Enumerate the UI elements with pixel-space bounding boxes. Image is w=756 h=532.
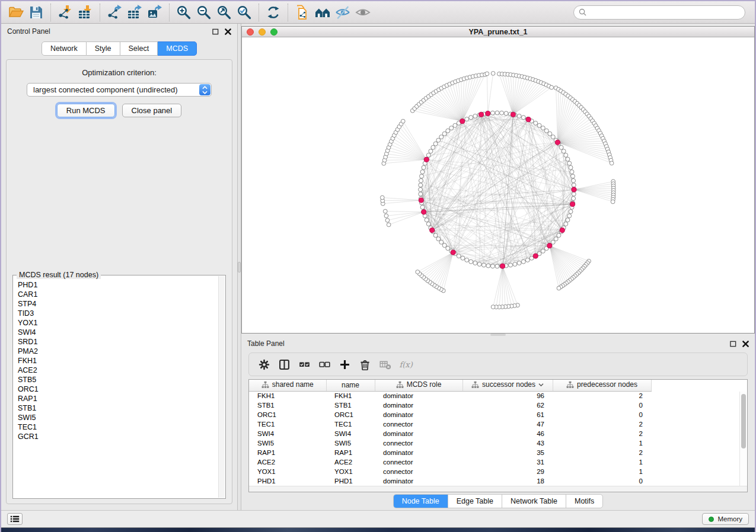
cell-successor-nodes[interactable]: 18 <box>462 476 553 486</box>
table-row[interactable]: ORC1ORC1dominator610 <box>249 410 747 419</box>
search-input[interactable] <box>589 8 740 17</box>
apply-layout-icon[interactable] <box>263 4 283 21</box>
mcds-list-scrollbar[interactable] <box>218 276 225 498</box>
close-table-panel-icon[interactable] <box>742 341 749 347</box>
table-row[interactable]: SWI4SWI4dominator462 <box>249 429 747 438</box>
cell-shared-name[interactable]: RAP1 <box>249 448 326 457</box>
table-row[interactable]: ACE2ACE2connector311 <box>249 457 747 467</box>
column-header-name[interactable]: name <box>326 380 375 391</box>
export-image-icon[interactable] <box>145 4 165 21</box>
mcds-result-item[interactable]: TEC1 <box>18 422 214 432</box>
cell-name[interactable]: RAP1 <box>326 448 375 457</box>
cell-successor-nodes[interactable]: 61 <box>462 410 553 419</box>
cell-MCDS-role[interactable]: dominator <box>375 429 462 438</box>
delete-column-icon[interactable] <box>356 356 374 373</box>
run-mcds-button[interactable]: Run MCDS <box>57 104 115 117</box>
cell-successor-nodes[interactable]: 62 <box>462 400 553 410</box>
tab-style[interactable]: Style <box>87 41 120 56</box>
network-graph[interactable] <box>242 37 754 333</box>
cell-name[interactable]: TEC1 <box>326 419 375 429</box>
cell-successor-nodes[interactable]: 29 <box>462 467 553 476</box>
mcds-result-list[interactable]: PHD1CAR1STP4TID3YOX1SWI4SRD1PMA2FKH1ACE2… <box>13 275 218 498</box>
mcds-result-item[interactable]: FKH1 <box>18 356 214 366</box>
select-all-rows-icon[interactable] <box>295 356 313 373</box>
tab-mcds[interactable]: MCDS <box>158 41 197 56</box>
mcds-result-item[interactable]: STP4 <box>18 299 214 309</box>
cell-shared-name[interactable]: STB1 <box>249 400 326 410</box>
cell-MCDS-role[interactable]: dominator <box>375 410 462 419</box>
tab-network[interactable]: Network <box>42 41 87 56</box>
zoom-fit-icon[interactable] <box>214 4 234 21</box>
table-vertical-scrollbar[interactable] <box>739 392 747 486</box>
float-panel-icon[interactable] <box>212 28 219 35</box>
memory-button[interactable]: Memory <box>702 513 749 525</box>
open-file-icon[interactable] <box>6 4 26 21</box>
cell-name[interactable]: PHD1 <box>326 476 375 486</box>
tab-motifs[interactable]: Motifs <box>566 495 602 508</box>
window-minimize-icon[interactable] <box>259 28 266 36</box>
hide-selected-icon[interactable] <box>333 4 353 21</box>
cell-predecessor-nodes[interactable]: 2 <box>553 448 651 457</box>
cell-predecessor-nodes[interactable]: 1 <box>553 438 651 448</box>
tab-edge-table[interactable]: Edge Table <box>448 495 502 508</box>
add-column-icon[interactable] <box>336 356 353 373</box>
network-canvas[interactable] <box>242 37 754 333</box>
cell-MCDS-role[interactable]: dominator <box>375 476 462 486</box>
cell-successor-nodes[interactable]: 47 <box>462 419 553 429</box>
cell-predecessor-nodes[interactable]: 1 <box>553 467 651 476</box>
show-all-icon[interactable] <box>353 4 373 21</box>
cell-shared-name[interactable]: PHD1 <box>249 476 326 486</box>
cell-shared-name[interactable]: SWI5 <box>249 438 326 448</box>
mcds-result-item[interactable]: ORC1 <box>18 384 214 394</box>
cell-predecessor-nodes[interactable]: 2 <box>553 419 651 429</box>
optimization-criterion-select[interactable]: largest connected component (undirected) <box>27 83 212 97</box>
tab-select[interactable]: Select <box>120 41 158 56</box>
new-network-from-selection-icon[interactable] <box>292 4 312 21</box>
cell-name[interactable]: STB1 <box>326 400 375 410</box>
table-horizontal-scrollbar[interactable] <box>249 486 747 492</box>
cell-predecessor-nodes[interactable]: 2 <box>553 429 651 438</box>
zoom-in-icon[interactable] <box>174 4 194 21</box>
table-row[interactable]: SWI5SWI5connector431 <box>249 438 747 448</box>
cell-MCDS-role[interactable]: dominator <box>375 448 462 457</box>
cell-successor-nodes[interactable]: 46 <box>462 429 553 438</box>
cell-MCDS-role[interactable]: dominator <box>375 391 462 400</box>
tab-network-table[interactable]: Network Table <box>502 495 566 508</box>
splitter-grip[interactable] <box>238 262 241 273</box>
cell-successor-nodes[interactable]: 35 <box>462 448 553 457</box>
mcds-result-item[interactable]: RAP1 <box>18 394 214 403</box>
column-header-predecessor-nodes[interactable]: predecessor nodes <box>553 380 651 391</box>
float-table-panel-icon[interactable] <box>730 341 736 347</box>
cell-shared-name[interactable]: ACE2 <box>249 457 326 467</box>
column-header-successor-nodes[interactable]: successor nodes <box>462 380 553 391</box>
close-panel-button[interactable]: Close panel <box>122 104 182 117</box>
cell-successor-nodes[interactable]: 96 <box>462 391 553 400</box>
task-history-button[interactable] <box>7 513 23 525</box>
mcds-result-item[interactable]: ACE2 <box>18 366 214 375</box>
cell-shared-name[interactable]: SWI4 <box>249 429 326 438</box>
cell-successor-nodes[interactable]: 31 <box>462 457 553 467</box>
table-row[interactable]: RAP1RAP1dominator352 <box>249 448 747 457</box>
table-row[interactable]: FKH1FKH1dominator962 <box>249 391 747 400</box>
search-box[interactable] <box>573 5 745 20</box>
table-scrollbar-thumb[interactable] <box>741 394 746 448</box>
column-header-MCDS-role[interactable]: MCDS role <box>375 380 462 391</box>
mcds-result-item[interactable]: STB1 <box>18 403 214 413</box>
window-close-icon[interactable] <box>247 28 254 36</box>
export-network-icon[interactable] <box>104 4 125 21</box>
mcds-result-item[interactable]: TID3 <box>18 309 214 318</box>
export-table-icon[interactable] <box>125 4 145 21</box>
mcds-result-item[interactable]: SWI4 <box>18 328 214 337</box>
window-maximize-icon[interactable] <box>270 28 277 36</box>
cell-MCDS-role[interactable]: connector <box>375 457 462 467</box>
mcds-result-item[interactable]: CAR1 <box>18 290 214 299</box>
cell-MCDS-role[interactable]: dominator <box>375 400 462 410</box>
cell-predecessor-nodes[interactable]: 1 <box>553 457 651 467</box>
panel-splitter[interactable] <box>237 24 241 510</box>
table-settings-icon[interactable] <box>255 356 273 373</box>
cell-name[interactable]: SWI4 <box>326 429 375 438</box>
import-table-icon[interactable] <box>75 4 95 21</box>
cell-MCDS-role[interactable]: connector <box>375 467 462 476</box>
cell-name[interactable]: SWI5 <box>326 438 375 448</box>
import-network-icon[interactable] <box>55 4 75 21</box>
